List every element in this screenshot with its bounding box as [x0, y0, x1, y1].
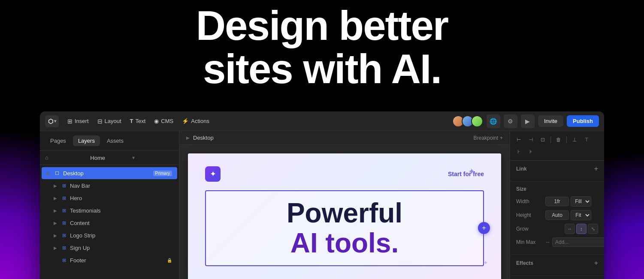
layer-item-navbar[interactable]: ▶ ⊞ Nav Bar — [42, 180, 177, 192]
panel-size-section: Size Width Fill Fixed Hug — [510, 182, 604, 255]
layer-list: ▶ ☐ Desktop Primary ▶ ⊞ Nav Bar ▶ ⊞ Hero — [40, 165, 179, 279]
link-section-header: Link + — [516, 165, 598, 173]
actions-label: Actions — [191, 118, 209, 124]
canvas-bar: ▶ Desktop Breakpoint + — [179, 131, 510, 145]
main-content: Pages Layers Assets ⌂ Home ▾ ▶ ☐ Desktop… — [40, 131, 604, 279]
layer-name-hero: Hero — [70, 195, 172, 201]
settings-button[interactable]: ⚙ — [504, 114, 517, 128]
sparkle-icon-2: ✦ — [483, 259, 488, 266]
layer-name-desktop: Desktop — [63, 170, 151, 177]
actions-button[interactable]: ⚡ Actions — [178, 116, 213, 126]
preview-button[interactable]: ▶ — [521, 114, 535, 128]
align-other-icon[interactable]: ⊧ — [526, 147, 536, 157]
size-section-header: Size — [516, 186, 598, 192]
desktop-icon: ☐ — [54, 170, 60, 177]
grow-both-icon[interactable]: ⤡ — [588, 224, 598, 234]
width-mode-select[interactable]: Fill Fixed Hug — [571, 196, 591, 207]
app-window: ⬡ ▾ ⊞ Insert ⊟ Layout T Text ◉ CMS ⚡ Act… — [40, 111, 604, 279]
text-label: Text — [136, 118, 146, 124]
canvas-logo: ✦ — [205, 166, 221, 182]
size-section-title: Size — [516, 186, 526, 192]
chevron-down-icon: ▾ — [132, 155, 174, 161]
insert-label: Insert — [75, 118, 89, 124]
layout-label: Layout — [105, 118, 121, 124]
cms-button[interactable]: ◉ CMS — [151, 116, 177, 126]
grow-horizontal-icon[interactable]: ↔ — [565, 224, 575, 234]
avatar-group — [452, 115, 483, 127]
canvas-plus-button[interactable]: + — [478, 222, 490, 234]
expand-arrow-icon: ▶ — [47, 171, 51, 176]
home-icon: ⌂ — [45, 154, 87, 161]
layer-item-testimonials[interactable]: ▶ ⊞ Testimonials — [42, 204, 177, 216]
grid-icon: ⊞ — [60, 244, 67, 251]
layer-item-desktop[interactable]: ▶ ☐ Desktop Primary — [42, 167, 177, 179]
plus-icon: + — [500, 135, 503, 141]
panel-link-section: Link + — [510, 161, 604, 182]
canvas-frame[interactable]: ✦ Start for free Powerful AI tools. + ✦ — [188, 153, 501, 279]
height-label: Height — [516, 212, 542, 218]
insert-icon: ⊞ — [67, 118, 73, 125]
text-icon: T — [130, 118, 133, 124]
min-max-row: Min Max ↔ — [516, 237, 598, 247]
layer-name-content: Content — [70, 220, 172, 226]
layer-item-hero[interactable]: ▶ ⊞ Hero — [42, 192, 177, 204]
layer-name-logostrip: Logo Strip — [70, 232, 172, 239]
lock-icon: 🔒 — [167, 258, 172, 263]
align-left-icon[interactable]: ⊢ — [514, 135, 524, 145]
text-button[interactable]: T Text — [127, 116, 149, 126]
invite-button[interactable]: Invite — [538, 115, 563, 127]
canvas-cta-link[interactable]: Start for free — [448, 171, 484, 177]
effects-section-header: Effects + — [516, 259, 598, 267]
globe-button[interactable]: 🌐 — [487, 114, 500, 128]
grid-icon: ⊞ — [60, 195, 67, 201]
min-max-input[interactable] — [552, 237, 604, 247]
expand-arrow-icon: ▶ — [54, 183, 58, 188]
width-input[interactable] — [545, 197, 569, 206]
height-input[interactable] — [545, 210, 569, 220]
breakpoint-button[interactable]: Breakpoint + — [474, 135, 503, 141]
layer-name-signup: Sign Up — [70, 245, 172, 251]
layer-item-logostrip[interactable]: ▶ ⊞ Logo Strip — [42, 229, 177, 241]
grow-icons: ↔ ↕ ⤡ — [565, 224, 598, 234]
right-panel: ⊢ ⊣ ⊡ 🗑 ⊥ ⊤ ⊦ ⊧ Link + S — [510, 131, 604, 279]
gear-icon: ⚙ — [508, 118, 513, 125]
link-add-button[interactable]: + — [594, 165, 598, 173]
insert-button[interactable]: ⊞ Insert — [64, 116, 92, 127]
expand-arrow-icon: ▶ — [54, 221, 58, 225]
layer-name-footer: Footer — [70, 257, 164, 264]
align-bottom-icon[interactable]: ⊤ — [581, 135, 592, 145]
layer-name-testimonials: Testimonials — [70, 207, 172, 214]
toolbar-logo[interactable]: ⬡ ▾ — [45, 115, 59, 127]
page-selector[interactable]: ⌂ Home ▾ — [40, 151, 179, 165]
align-right-icon[interactable]: ⊡ — [538, 135, 548, 145]
layer-item-signup[interactable]: ▶ ⊞ Sign Up — [42, 242, 177, 254]
layer-item-content[interactable]: ▶ ⊞ Content — [42, 217, 177, 229]
expand-arrow-icon: ▶ — [54, 246, 58, 250]
sparkle-logo-icon: ✦ — [210, 169, 216, 179]
align-center-h-icon[interactable]: ⊣ — [526, 135, 536, 145]
tab-assets[interactable]: Assets — [102, 135, 129, 146]
layer-badge-primary: Primary — [153, 171, 172, 176]
distribute-v-icon[interactable]: ⊥ — [569, 135, 580, 145]
delete-icon[interactable]: 🗑 — [553, 135, 564, 145]
canvas-headline-line1: Powerful — [287, 198, 402, 228]
effects-add-button[interactable]: + — [594, 259, 598, 267]
grid-icon: ⊞ — [60, 207, 67, 214]
tab-layers[interactable]: Layers — [73, 135, 100, 146]
layer-item-footer[interactable]: ⊞ Footer 🔒 — [42, 254, 177, 266]
align-edge-icon[interactable]: ⊦ — [514, 147, 524, 157]
canvas-viewport: ✦ Start for free Powerful AI tools. + ✦ — [179, 145, 510, 279]
grid-icon: ⊞ — [60, 257, 67, 264]
grow-vertical-icon[interactable]: ↕ — [576, 224, 587, 234]
tab-pages[interactable]: Pages — [45, 135, 71, 146]
layout-button[interactable]: ⊟ Layout — [94, 116, 125, 127]
divider — [550, 136, 551, 143]
publish-button[interactable]: Publish — [567, 115, 599, 127]
globe-icon: 🌐 — [490, 118, 497, 125]
height-mode-select[interactable]: Fit Fixed Fill — [571, 210, 591, 220]
width-input-group: Fill Fixed Hug — [545, 196, 598, 207]
canvas-headline: Powerful AI tools. — [205, 190, 484, 266]
page-name: Home — [90, 155, 132, 161]
canvas-play-icon: ▶ — [186, 135, 190, 140]
cms-label: CMS — [161, 118, 173, 124]
